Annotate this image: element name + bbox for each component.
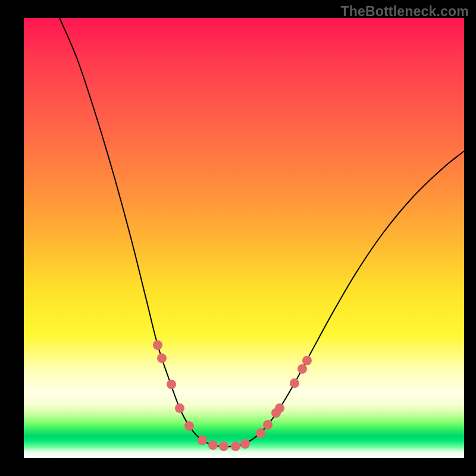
marker-dot	[240, 439, 250, 449]
marker-dot	[175, 403, 184, 413]
marker-dot	[302, 356, 312, 365]
marker-dot	[263, 420, 273, 430]
marker-dot	[167, 380, 176, 389]
marker-dot	[153, 340, 162, 350]
marker-dot	[184, 421, 194, 431]
marker-dot	[208, 440, 218, 450]
marker-dot	[290, 378, 299, 388]
marker-dot	[198, 436, 207, 445]
marker-dot	[231, 441, 240, 451]
marker-dot	[298, 364, 307, 374]
chart-overlay	[24, 18, 464, 458]
watermark-text: TheBottleneck.com	[340, 4, 469, 20]
marker-dot	[219, 441, 228, 451]
marker-dot	[157, 353, 167, 363]
marker-dot	[256, 428, 265, 438]
marker-dot	[275, 403, 284, 413]
chart-frame: TheBottleneck.com	[0, 0, 476, 476]
bottleneck-curve	[60, 18, 464, 447]
